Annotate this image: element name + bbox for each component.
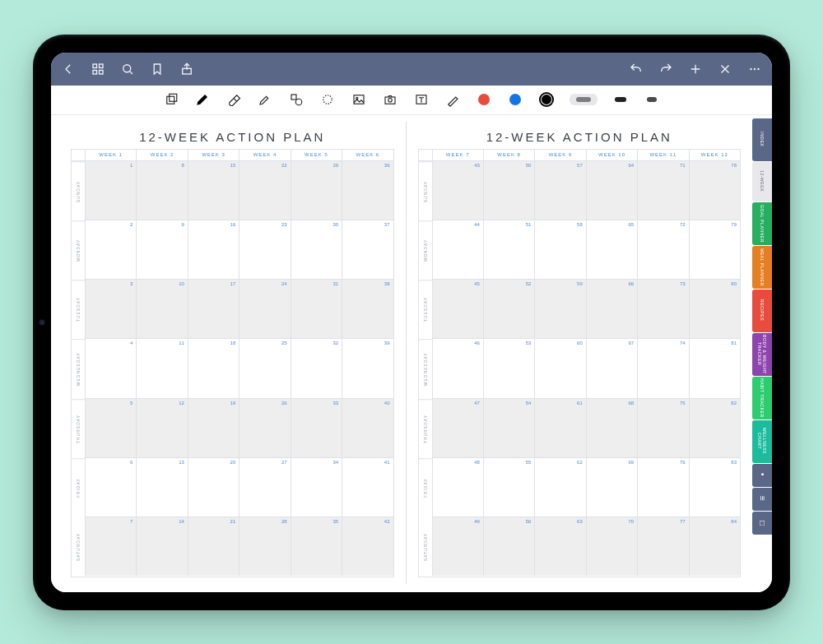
- search-icon[interactable]: [120, 62, 135, 76]
- planner-cell[interactable]: 38: [342, 280, 393, 338]
- planner-cell[interactable]: 41: [342, 458, 393, 517]
- tab-wellness-chart[interactable]: WELLNESS CHART: [752, 420, 772, 463]
- planner-cell[interactable]: 35: [291, 517, 342, 576]
- planner-cell[interactable]: 60: [534, 339, 585, 397]
- undo-icon[interactable]: [629, 62, 644, 76]
- bookmark-icon[interactable]: [150, 62, 165, 76]
- planner-cell[interactable]: 20: [188, 458, 239, 517]
- planner-cell[interactable]: 25: [239, 339, 290, 397]
- camera-tool-icon[interactable]: [382, 91, 398, 108]
- planner-cell[interactable]: 28: [239, 517, 290, 576]
- text-tool-icon[interactable]: [413, 91, 430, 108]
- color-red[interactable]: [476, 91, 492, 108]
- planner-cell[interactable]: 22: [239, 161, 290, 220]
- pen-tool-icon[interactable]: [194, 91, 211, 108]
- color-black[interactable]: [538, 91, 555, 108]
- planner-cell[interactable]: 52: [483, 280, 534, 338]
- planner-cell[interactable]: 29: [291, 161, 342, 220]
- tab-extra-square[interactable]: □: [752, 512, 772, 535]
- planner-cell[interactable]: 80: [689, 280, 740, 338]
- planner-cell[interactable]: 63: [534, 517, 585, 576]
- planner-cell[interactable]: 58: [534, 220, 585, 279]
- share-icon[interactable]: [179, 62, 194, 76]
- planner-cell[interactable]: 6: [85, 458, 136, 517]
- planner-cell[interactable]: 23: [239, 220, 290, 279]
- planner-cell[interactable]: 30: [291, 220, 342, 279]
- planner-cell[interactable]: 83: [689, 458, 740, 517]
- planner-cell[interactable]: 4: [85, 339, 136, 397]
- planner-cell[interactable]: 26: [239, 399, 290, 457]
- planner-cell[interactable]: 14: [136, 517, 187, 576]
- redo-icon[interactable]: [658, 62, 673, 76]
- more-icon[interactable]: [747, 62, 762, 76]
- notebook-spread[interactable]: 12-WEEK ACTION PLAN SUNDAY MONDAY TUESDA…: [51, 115, 752, 592]
- planner-cell[interactable]: 72: [637, 220, 688, 279]
- planner-cell[interactable]: 8: [136, 161, 187, 220]
- planner-cell[interactable]: 9: [136, 220, 187, 279]
- planner-cell[interactable]: 15: [188, 161, 239, 220]
- planner-cell[interactable]: 5: [85, 399, 136, 457]
- planner-cell[interactable]: 32: [291, 339, 342, 397]
- shapes-tool-icon[interactable]: [288, 91, 305, 108]
- planner-cell[interactable]: 55: [483, 458, 534, 517]
- planner-cell[interactable]: 40: [342, 399, 393, 457]
- planner-cell[interactable]: 13: [136, 458, 187, 517]
- color-blue[interactable]: [507, 91, 523, 108]
- planner-cell[interactable]: 74: [637, 339, 688, 397]
- planner-cell[interactable]: 17: [188, 280, 239, 338]
- planner-cell[interactable]: 44: [432, 220, 483, 279]
- planner-cell[interactable]: 12: [136, 399, 187, 457]
- close-icon[interactable]: [718, 62, 732, 76]
- planner-cell[interactable]: 69: [586, 458, 637, 517]
- planner-cell[interactable]: 16: [188, 220, 239, 279]
- planner-cell[interactable]: 47: [432, 399, 483, 457]
- planner-cell[interactable]: 7: [85, 517, 136, 576]
- planner-cell[interactable]: 1: [85, 161, 136, 220]
- planner-cell[interactable]: 64: [586, 161, 637, 220]
- planner-cell[interactable]: 53: [483, 339, 534, 397]
- image-tool-icon[interactable]: [351, 91, 367, 108]
- planner-cell[interactable]: 2: [85, 220, 136, 279]
- planner-cell[interactable]: 27: [239, 458, 290, 517]
- planner-cell[interactable]: 66: [586, 280, 637, 338]
- tab-index[interactable]: INDEX: [752, 118, 772, 161]
- tab-extra-lines[interactable]: ≡: [752, 488, 772, 511]
- ruler-tool-icon[interactable]: [444, 91, 461, 108]
- planner-cell[interactable]: 33: [291, 399, 342, 457]
- planner-cell[interactable]: 67: [586, 339, 637, 397]
- zoom-tool-icon[interactable]: [163, 91, 179, 108]
- planner-cell[interactable]: 54: [483, 399, 534, 457]
- planner-cell[interactable]: 48: [432, 458, 483, 517]
- tab-body-weight[interactable]: BODY & WEIGHT TRACKER: [752, 333, 772, 376]
- planner-cell[interactable]: 82: [689, 399, 740, 457]
- planner-cell[interactable]: 34: [291, 458, 342, 517]
- planner-cell[interactable]: 62: [534, 458, 585, 517]
- planner-cell[interactable]: 37: [342, 220, 393, 279]
- planner-cell[interactable]: 39: [342, 339, 393, 397]
- planner-cell[interactable]: 10: [136, 280, 187, 338]
- tab-goal-planner[interactable]: GOAL PLANNER: [752, 202, 772, 245]
- planner-cell[interactable]: 56: [483, 517, 534, 576]
- planner-cell[interactable]: 21: [188, 517, 239, 576]
- planner-cell[interactable]: 73: [637, 280, 688, 338]
- stroke-swatch-b[interactable]: [612, 91, 629, 108]
- highlighter-tool-icon[interactable]: [257, 91, 273, 108]
- planner-cell[interactable]: 84: [689, 517, 740, 576]
- planner-cell[interactable]: 70: [586, 517, 637, 576]
- planner-cell[interactable]: 68: [586, 399, 637, 457]
- planner-cell[interactable]: 36: [342, 161, 393, 220]
- planner-cell[interactable]: 43: [432, 161, 483, 220]
- planner-cell[interactable]: 61: [534, 399, 585, 457]
- planner-cell[interactable]: 65: [586, 220, 637, 279]
- planner-cell[interactable]: 49: [432, 517, 483, 576]
- lasso-tool-icon[interactable]: [319, 91, 336, 108]
- planner-cell[interactable]: 75: [637, 399, 688, 457]
- planner-cell[interactable]: 76: [637, 458, 688, 517]
- planner-cell[interactable]: 50: [483, 161, 534, 220]
- planner-cell[interactable]: 78: [689, 161, 740, 220]
- planner-cell[interactable]: 31: [291, 280, 342, 338]
- planner-cell[interactable]: 18: [188, 339, 239, 397]
- planner-cell[interactable]: 24: [239, 280, 290, 338]
- planner-cell[interactable]: 45: [432, 280, 483, 338]
- planner-cell[interactable]: 11: [136, 339, 187, 397]
